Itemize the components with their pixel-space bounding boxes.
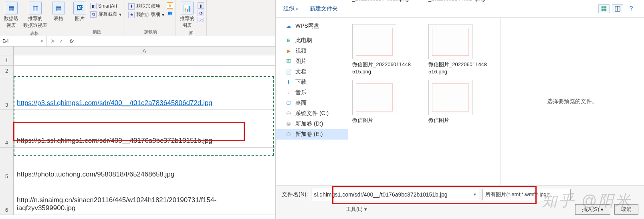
smartart-label: SmartArt [98,3,117,9]
file-thumbnail [428,80,472,115]
tools-dropdown[interactable]: 工具(L) ▾ [346,206,367,213]
nav-pictures-label: 图片 [295,58,307,65]
row-header-5[interactable]: 5 [0,148,14,181]
pie-chart-icon[interactable]: ◔ [198,10,204,16]
file-name: _202206011448513.png [352,0,412,2]
people-icon[interactable]: 👥 [167,10,173,16]
group-name-tables: 表格 [30,30,39,36]
recommended-pivot-button[interactable]: ▥推荐的 数据透视表 [22,1,49,30]
filename-input[interactable]: sl.qhimgs1.com/sdr/400__/t0176a9bc372b10… [311,189,479,200]
cell-a1[interactable] [14,55,275,65]
view-preview-button[interactable] [612,4,623,13]
help-button[interactable]: ? [626,4,637,13]
file-type-filter[interactable]: 所有图片(*.emf;*.wmf;*.jpg;*.j [482,189,571,200]
my-addins-button[interactable]: ★我的加载项 ▾ [127,11,165,18]
nav-c-drive[interactable]: ⛁系统文件 (C:) [276,108,348,119]
insert-label: 插入(S) [582,206,599,213]
cell-a3[interactable]: https://p3.ssl.qhimgs1.com/sdr/400__/t01… [14,76,275,110]
smartart-icon: ◧ [90,3,97,9]
tools-label: 工具(L) [346,206,363,212]
organize-button[interactable]: 组织▼ [283,5,299,12]
new-folder-button[interactable]: 新建文件夹 [310,5,338,12]
line-chart-icon[interactable]: ⩘ [198,17,204,23]
picture-button[interactable]: 🖼图片 [72,1,88,23]
excel-window: ▦数据透 视表 ▥推荐的 数据透视表 ▤表格 表格 🖼图片 ◧SmartArt … [0,0,276,219]
picture-icon: 🖼 [73,2,86,14]
nav-music[interactable]: ♪音乐 [276,87,348,98]
row-header-1[interactable]: 1 [0,55,14,65]
rec-pivot-label: 推荐的 数据透视表 [23,15,47,29]
preview-placeholder-text: 选择要预览的文件。 [547,98,598,105]
nav-pictures[interactable]: 🖼图片 [276,56,348,67]
bing-icon[interactable]: b [167,2,173,9]
file-item[interactable]: 微信图片 [352,80,412,124]
table-button[interactable]: ▤表格 [50,1,67,23]
file-item[interactable]: _202206011448514.png [428,0,489,19]
chart-icon: 📊 [181,2,194,14]
nav-this-pc[interactable]: 🖥此电脑 [276,35,348,46]
insert-button[interactable]: 插入(S) ▾ [575,204,610,215]
pivot-label: 数据透 视表 [4,15,18,29]
nav-videos[interactable]: ▶视频 [276,46,348,56]
nav-downloads[interactable]: ⬇下载 [276,77,348,87]
name-box[interactable]: B4▼ [0,36,46,46]
cell-a6[interactable]: http://n.sinaimg.cn/sinacn20116/445/w102… [14,181,275,215]
select-all-corner[interactable] [0,47,14,55]
cell-a4[interactable]: https://p1.ssl.qhimgs1.com/sdr/400__/t01… [14,110,275,147]
cell-a3-link[interactable]: https://p3.ssl.qhimgs1.com/sdr/400__/t01… [17,99,212,107]
file-item[interactable]: _202206011448513.png [352,0,412,19]
drive-icon: ⛁ [285,131,292,138]
nav-documents[interactable]: 📄文档 [276,67,348,77]
svg-rect-2 [602,9,604,11]
store-icon: ⬇ [128,3,135,10]
cell-a6-text: http://n.sinaimg.cn/sinacn20116/445/w102… [17,196,272,212]
nav-wps[interactable]: ☁WPS网盘 [276,21,348,31]
downloads-icon: ⬇ [285,79,292,85]
preview-pane: 选择要预览的文件。 [500,18,644,185]
filename-label: 文件名(N): [282,191,308,198]
table-label: 表格 [54,15,63,22]
cell-a4-text: https://p1.ssl.qhimgs1.com/sdr/400__/t01… [17,137,212,145]
formula-bar: B4▼ ✕ ✓ fx [0,36,275,47]
fx-label[interactable]: fx [67,38,76,44]
pivot-table-button[interactable]: ▦数据透 视表 [2,1,20,30]
cancel-formula-icon[interactable]: ✕ [50,38,55,44]
screenshot-icon: ⧉ [90,11,97,18]
file-name: 微信图片 [428,117,489,124]
screenshot-button[interactable]: ⧉屏幕截图 ▾ [89,10,122,18]
get-addins-button[interactable]: ⬇获取加载项 [127,2,165,10]
pivot-icon: ▦ [5,2,18,14]
cell-a2[interactable] [14,66,275,76]
computer-icon: 🖥 [285,37,292,44]
table-icon: ▤ [52,2,65,14]
row-header-3[interactable]: 3 [0,76,14,110]
view-thumbnails-button[interactable] [598,4,610,13]
enter-formula-icon[interactable]: ✓ [59,38,63,44]
file-item[interactable]: 微信图片_202206011448515.png [352,24,412,75]
svg-rect-1 [604,6,606,8]
worksheet: A 1 2 3https://p3.ssl.qhimgs1.com/sdr/40… [0,47,275,215]
nav-d-drive[interactable]: ⛁新加卷 (D:) [276,119,348,129]
nav-music-label: 音乐 [295,89,307,96]
file-list[interactable]: _202206011448513.png _202206011448514.pn… [348,18,500,185]
my-addins-icon: ★ [128,12,135,18]
file-thumbnail [428,24,472,59]
drive-icon: ⛁ [285,121,292,127]
column-header-a[interactable]: A [14,47,275,55]
bar-chart-icon[interactable]: ▮ [198,2,204,9]
row-header-4[interactable]: 4 [0,110,14,147]
cell-a5[interactable]: https://photo.tuchong.com/9580818/f/6524… [14,148,275,181]
file-item[interactable]: 微信图片_202206011448516.png [428,24,489,75]
smartart-button[interactable]: ◧SmartArt [89,2,122,10]
pictures-icon: 🖼 [285,58,292,65]
nav-desktop[interactable]: 🖵桌面 [276,98,348,108]
file-thumbnail [352,24,396,59]
cancel-button[interactable]: 取消 [614,204,638,215]
nav-docs-label: 文档 [295,68,307,75]
nav-e-drive[interactable]: ⛁新加卷 (E:) [276,129,348,140]
row-header-6[interactable]: 6 [0,181,14,215]
file-item[interactable]: 微信图片 [428,80,489,124]
row-header-2[interactable]: 2 [0,66,14,76]
chevron-down-icon[interactable]: ▼ [473,193,476,197]
recommended-charts-button[interactable]: 📊推荐的 图表 [178,1,196,30]
